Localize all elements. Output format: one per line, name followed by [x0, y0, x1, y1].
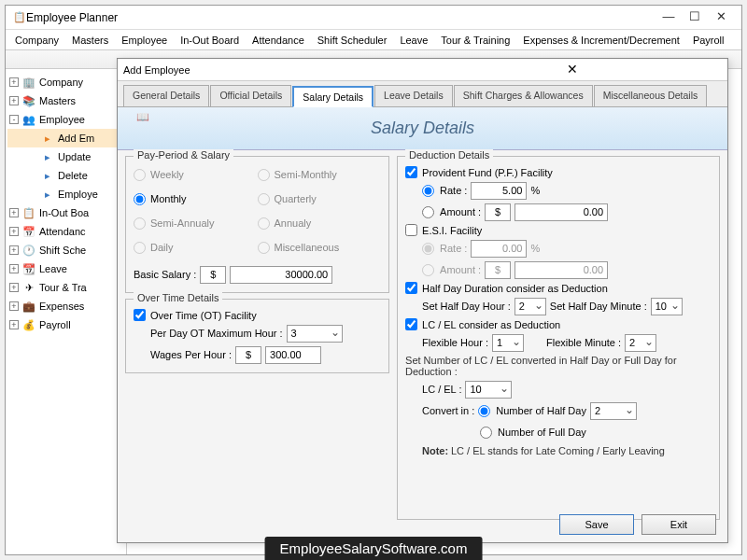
close-button[interactable]: ✕ [708, 8, 734, 27]
deduction-group: Deduction Details Provident Fund (P.F.) … [397, 156, 720, 520]
nav-tree: +🏢Company +📚Masters -👥Employee ▸Add Em ▸… [6, 69, 127, 554]
minimize-button[interactable]: — [655, 8, 682, 27]
overtime-title: Over Time Details [134, 292, 222, 303]
tree-employee[interactable]: -👥Employee [7, 110, 124, 129]
halfday-hour-select[interactable]: 2 [514, 298, 546, 315]
radio-semiannual[interactable] [134, 217, 146, 230]
pf-amount-radio[interactable] [422, 206, 434, 218]
esi-amount-radio[interactable] [422, 264, 434, 276]
pay-period-title: Pay-Period & Salary [134, 149, 233, 161]
menu-inout[interactable]: In-Out Board [175, 33, 245, 48]
tree-leave[interactable]: +📆Leave [7, 259, 124, 278]
pf-rate-radio[interactable] [422, 185, 434, 197]
radio-misc[interactable] [258, 242, 270, 254]
tree-expenses[interactable]: +💼Expenses [7, 297, 124, 315]
tree-delete[interactable]: ▸Delete [7, 166, 124, 185]
flex-min-select[interactable]: 2 [625, 334, 656, 352]
tab-salary[interactable]: Salary Details [292, 86, 374, 107]
banner-title: Salary Details [371, 119, 474, 138]
planner-icon: 📖 [136, 111, 192, 147]
radio-quarterly[interactable] [258, 193, 270, 205]
menu-leave[interactable]: Leave [394, 33, 433, 48]
radio-monthly[interactable] [134, 193, 146, 205]
plane-icon: ✈ [22, 281, 35, 294]
add-employee-dialog: Add Employee ✕ General Details Official … [117, 58, 728, 543]
flex-hour-select[interactable]: 1 [492, 334, 524, 352]
menu-shift[interactable]: Shift Scheduler [312, 33, 393, 48]
convert-half-radio[interactable] [478, 405, 490, 417]
tree-attendance[interactable]: +📅Attendanc [7, 222, 124, 241]
esi-checkbox[interactable] [405, 224, 417, 236]
tree-emp[interactable]: ▸Employe [7, 185, 124, 203]
pay-period-group: Pay-Period & Salary Weekly Semi-Monthly … [125, 156, 389, 293]
tab-official[interactable]: Official Details [210, 85, 291, 106]
halfday-min-select[interactable]: 10 [651, 298, 683, 315]
pf-checkbox[interactable] [405, 166, 417, 178]
calendar-icon: 📅 [22, 225, 35, 238]
radio-daily[interactable] [134, 242, 146, 254]
radio-semimonthly[interactable] [258, 169, 270, 181]
esi-rate-input: 0.00 [471, 240, 527, 258]
tab-misc[interactable]: Miscellaneous Details [594, 85, 708, 106]
radio-weekly[interactable] [134, 169, 146, 181]
maximize-button[interactable]: ☐ [682, 8, 708, 27]
play-icon: ▸ [41, 188, 54, 201]
window-title: Employee Planner [26, 11, 655, 24]
ot-checkbox[interactable] [134, 309, 146, 321]
tree-inout[interactable]: +📋In-Out Boa [7, 203, 124, 222]
pf-amount-input[interactable]: 0.00 [514, 203, 608, 221]
pf-rate-input[interactable]: 5.00 [471, 182, 527, 200]
ot-hour-label: Per Day OT Maximum Hour : [150, 328, 283, 339]
tree-update[interactable]: ▸Update [7, 147, 124, 166]
convert-val-select[interactable]: 2 [590, 402, 637, 420]
basic-salary-input[interactable]: 30000.00 [230, 266, 332, 284]
play-icon: ▸ [41, 169, 54, 182]
tab-strip: General Details Official Details Salary … [118, 81, 727, 107]
building-icon: 🏢 [22, 76, 35, 89]
tree-tour[interactable]: +✈Tour & Tra [7, 278, 124, 297]
deduction-title: Deduction Details [405, 149, 493, 161]
titlebar: 📋 Employee Planner — ☐ ✕ [6, 6, 741, 30]
tree-shift[interactable]: +🕐Shift Sche [7, 241, 124, 259]
books-icon: 📚 [22, 94, 35, 107]
dialog-title: Add Employee [123, 64, 423, 76]
menu-company[interactable]: Company [9, 33, 64, 48]
date-icon: 📆 [22, 262, 35, 275]
briefcase-icon: 💼 [22, 300, 35, 313]
board-icon: 📋 [22, 206, 35, 219]
esi-rate-radio[interactable] [422, 243, 434, 255]
halfday-checkbox[interactable] [405, 282, 417, 294]
currency-symbol: $ [200, 266, 226, 284]
convert-full-radio[interactable] [480, 427, 492, 439]
tab-shift[interactable]: Shift Charges & Allowances [454, 85, 593, 106]
tab-general[interactable]: General Details [123, 85, 209, 106]
lcel-select[interactable]: 10 [465, 381, 512, 399]
menu-expenses[interactable]: Expenses & Increment/Decrement [517, 33, 685, 48]
wages-label: Wages Per Hour : [150, 349, 232, 360]
tree-payroll[interactable]: +💰Payroll [7, 315, 124, 334]
tab-leave[interactable]: Leave Details [374, 85, 453, 106]
money-icon: 💰 [22, 318, 35, 331]
menu-attendance[interactable]: Attendance [247, 33, 310, 48]
lcel-set-label: Set Number of LC / EL converted in Half … [405, 355, 712, 377]
ot-hour-select[interactable]: 3 [287, 325, 343, 343]
menu-masters[interactable]: Masters [66, 33, 114, 48]
overtime-group: Over Time Details Over Time (OT) Facilit… [125, 299, 389, 373]
esi-amount-input: 0.00 [514, 261, 608, 279]
tree-company[interactable]: +🏢Company [7, 73, 124, 91]
menubar: Company Masters Employee In-Out Board At… [6, 30, 741, 50]
dialog-titlebar: Add Employee ✕ [118, 59, 727, 81]
radio-annual[interactable] [258, 217, 270, 230]
dialog-close-button[interactable]: ✕ [423, 62, 723, 78]
save-button[interactable]: Save [559, 514, 634, 535]
tree-add-employee[interactable]: ▸Add Em [7, 129, 124, 147]
banner: 📖 Salary Details [118, 107, 727, 150]
exit-button[interactable]: Exit [641, 514, 716, 535]
menu-tour[interactable]: Tour & Training [435, 33, 515, 48]
menu-employee[interactable]: Employee [116, 33, 173, 48]
menu-payroll[interactable]: Payroll [687, 33, 730, 48]
wages-input[interactable]: 300.00 [265, 346, 321, 364]
lcel-checkbox[interactable] [405, 318, 417, 330]
app-icon: 📋 [13, 11, 26, 23]
tree-masters[interactable]: +📚Masters [7, 91, 124, 110]
